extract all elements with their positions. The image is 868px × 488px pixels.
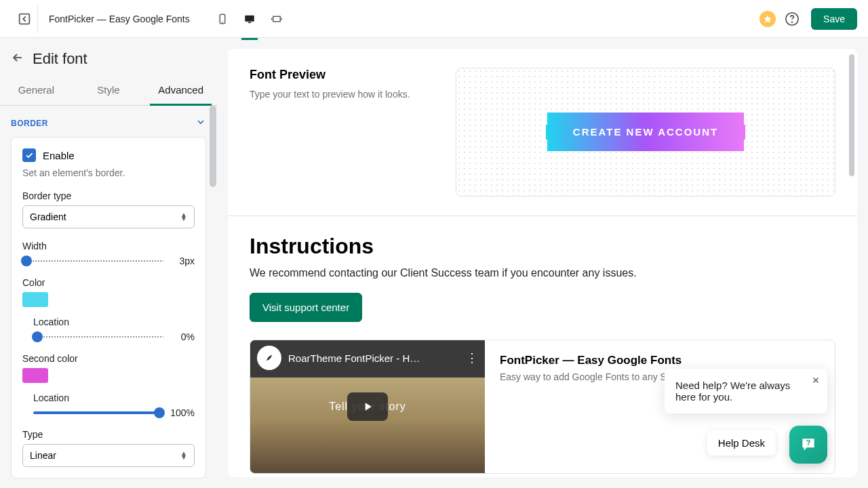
check-icon (24, 150, 34, 160)
exit-icon (17, 12, 32, 26)
device-mobile-button[interactable] (212, 8, 233, 30)
mobile-icon (216, 13, 229, 25)
arrow-left-icon (11, 51, 24, 64)
color2-location-value: 100% (170, 407, 195, 418)
video-menu-button[interactable]: ⋮ (466, 350, 478, 365)
enable-hint: Set an element's border. (22, 167, 195, 178)
instructions-title: Instructions (250, 234, 835, 259)
back-button[interactable] (11, 51, 24, 67)
help-fab-button[interactable]: ? (789, 426, 827, 464)
device-desktop-button[interactable] (239, 8, 260, 30)
color2-location-slider[interactable]: 100% (33, 407, 195, 418)
save-button[interactable]: Save (811, 8, 857, 30)
svg-rect-5 (273, 16, 281, 22)
help-button[interactable] (784, 11, 800, 27)
svg-rect-3 (245, 15, 254, 21)
border-type-label: Border type (22, 190, 195, 201)
second-color-label: Second color (22, 353, 195, 364)
video-card-title: FontPicker — Easy Google Fonts (500, 354, 820, 367)
device-responsive-button[interactable] (266, 8, 288, 30)
enable-label: Enable (43, 150, 75, 161)
section-border-header[interactable]: Border (0, 106, 217, 137)
tab-advanced[interactable]: Advanced (144, 75, 217, 105)
help-popup: Need help? We're always here for you. (665, 369, 827, 413)
select-arrows-icon: ▲▼ (180, 213, 187, 221)
color1-location-slider[interactable]: 0% (33, 331, 195, 342)
star-icon (763, 14, 772, 24)
visit-support-button[interactable]: Visit support center (250, 293, 362, 322)
exit-editor-button[interactable] (11, 5, 38, 33)
video-title: RoarTheme FontPicker - H… (288, 352, 459, 364)
question-circle-icon (785, 12, 800, 26)
gradient-type-select[interactable]: Linear ▲▼ (22, 444, 195, 467)
svg-point-7 (792, 22, 793, 22)
page-title: Edit font (33, 50, 87, 68)
preview-button-border: CREATE NEW ACCOUNT (546, 125, 745, 140)
scrollbar[interactable] (210, 106, 216, 187)
star-badge[interactable] (760, 11, 776, 27)
sidebar: Edit font General Style Advanced Border … (0, 38, 217, 488)
preview-canvas: CREATE NEW ACCOUNT (456, 68, 835, 197)
app-title: FontPicker — Easy Google Fonts (49, 14, 190, 24)
enable-checkbox[interactable] (22, 148, 36, 162)
color2-location-label: Location (33, 392, 195, 403)
main: Font Preview Type your text to preview h… (217, 38, 868, 488)
color1-location-label: Location (33, 317, 195, 327)
play-button[interactable] (347, 392, 388, 421)
width-value: 3px (170, 256, 195, 266)
svg-rect-4 (248, 22, 252, 23)
color2-swatch[interactable] (22, 368, 48, 383)
chevron-down-icon (195, 117, 206, 130)
channel-avatar (257, 346, 281, 370)
tab-style[interactable]: Style (73, 75, 145, 105)
width-slider[interactable]: 3px (22, 256, 195, 266)
help-popup-text: Need help? We're always here for you. (675, 380, 790, 403)
topbar: FontPicker — Easy Google Fonts Save (0, 0, 868, 38)
svg-text:?: ? (806, 439, 811, 447)
logo-icon (261, 350, 277, 366)
scrollbar[interactable] (849, 54, 854, 176)
tabs: General Style Advanced (0, 75, 217, 106)
close-icon (811, 375, 821, 385)
preview-title: Font Preview (250, 68, 439, 82)
color-label: Color (22, 277, 195, 288)
tab-general[interactable]: General (0, 75, 73, 105)
border-card: Enable Set an element's border. Border t… (11, 137, 206, 479)
color1-location-value: 0% (170, 331, 195, 342)
border-type-select[interactable]: Gradient ▲▼ (22, 205, 195, 228)
svg-rect-0 (19, 14, 29, 24)
preview-subtitle: Type your text to preview how it looks. (250, 89, 439, 100)
section-border-label: Border (11, 119, 48, 128)
instructions-subtitle: We recommend contacting our Client Succe… (250, 267, 835, 279)
gradient-type-label: Type (22, 429, 195, 440)
chat-question-icon: ? (800, 436, 817, 453)
video-thumbnail[interactable]: RoarTheme FontPicker - H… ⋮ Tell your st… (250, 340, 485, 473)
border-type-value: Gradient (30, 211, 66, 222)
desktop-icon (243, 13, 256, 25)
help-desk-button[interactable]: Help Desk (707, 430, 776, 455)
gradient-type-value: Linear (30, 450, 56, 461)
width-label: Width (22, 241, 195, 251)
responsive-icon (271, 13, 283, 25)
preview-button[interactable]: CREATE NEW ACCOUNT (547, 113, 744, 151)
select-arrows-icon: ▲▼ (180, 451, 187, 460)
color1-swatch[interactable] (22, 292, 48, 307)
close-button[interactable] (811, 374, 821, 388)
device-toggles (212, 8, 288, 30)
play-icon (361, 400, 374, 413)
